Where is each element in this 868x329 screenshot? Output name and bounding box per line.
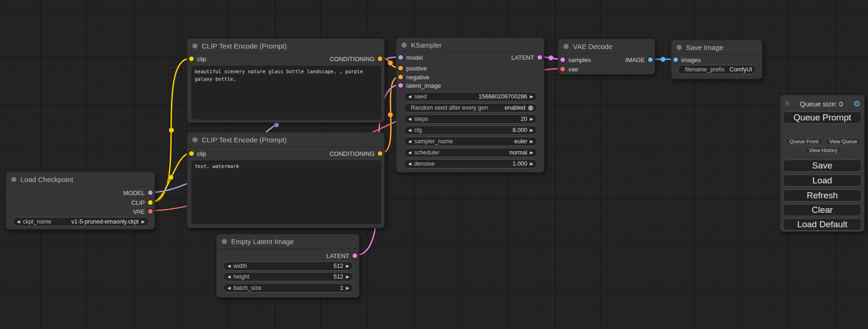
stepper-right-icon[interactable]: ▶ [530, 95, 533, 99]
stepper-right-icon[interactable]: ▶ [346, 275, 349, 279]
settings-gear-icon[interactable]: ⚙ [854, 100, 861, 108]
output-row: VAE [6, 207, 155, 216]
node-title: Save Image [686, 43, 723, 51]
collapse-dot-icon[interactable] [564, 44, 569, 49]
node-title-bar[interactable]: VAE Decode [558, 39, 655, 54]
node-title: VAE Decode [573, 42, 613, 50]
stepper-right-icon[interactable]: ▶ [530, 117, 533, 121]
input-port-negative[interactable] [398, 75, 403, 79]
input-port-positive[interactable] [398, 66, 403, 70]
node-title: Load Checkpoint [21, 175, 73, 183]
stepper-left-icon[interactable]: ◀ [227, 286, 231, 290]
stepper-left-icon[interactable]: ◀ [17, 220, 20, 224]
stepper-right-icon[interactable]: ▶ [346, 286, 349, 290]
stepper-left-icon[interactable]: ◀ [408, 151, 411, 155]
node-clip-text-encode-positive[interactable]: CLIP Text Encode (Prompt) clip CONDITION… [187, 38, 385, 123]
drag-handle-icon[interactable]: ⠿ [785, 100, 790, 107]
width-widget[interactable]: ◀ width 512 ▶ [223, 261, 353, 271]
scheduler-widget[interactable]: ◀ scheduler normal ▶ [404, 148, 537, 157]
input-row: negative [396, 72, 544, 82]
collapse-dot-icon[interactable] [677, 45, 682, 50]
stepper-right-icon[interactable]: ▶ [530, 140, 533, 144]
negative-prompt-textarea[interactable]: text, watermark [191, 161, 381, 224]
collapse-dot-icon[interactable] [192, 137, 198, 142]
input-row: positive [396, 63, 544, 73]
stepper-left-icon[interactable]: ◀ [227, 264, 231, 268]
denoise-widget[interactable]: ◀ denoise 1.000 ▶ [404, 159, 537, 168]
load-default-button[interactable]: Load Default [783, 218, 861, 231]
node-vae-decode[interactable]: VAE Decode samples IMAGE vae [558, 39, 655, 75]
input-port-samples[interactable] [560, 57, 565, 62]
output-port-latent[interactable] [537, 55, 542, 60]
input-port-images[interactable] [673, 57, 678, 62]
node-title-bar[interactable]: Load Checkpoint [6, 172, 155, 187]
stepper-left-icon[interactable]: ◀ [408, 95, 411, 99]
positive-prompt-textarea[interactable]: beautiful scenery nature glass bottle la… [191, 66, 381, 119]
random-seed-toggle-icon[interactable] [528, 105, 533, 111]
ckpt-name-widget[interactable]: ◀ ckpt_name v1-5-pruned-emaonly.ckpt ▶ [13, 217, 149, 226]
stepper-right-icon[interactable]: ▶ [530, 151, 533, 155]
refresh-button[interactable]: Refresh [783, 189, 861, 202]
node-title-bar[interactable]: Empty Latent Image [217, 234, 359, 249]
seed-widget[interactable]: ◀ seed 156680208700286 ▶ [404, 92, 537, 101]
output-port-clip[interactable] [148, 200, 153, 205]
node-clip-text-encode-negative[interactable]: CLIP Text Encode (Prompt) clip CONDITION… [187, 132, 385, 228]
output-port-latent[interactable] [353, 253, 357, 258]
stepper-left-icon[interactable]: ◀ [408, 162, 411, 166]
input-port-clip[interactable] [189, 56, 194, 61]
output-port-conditioning[interactable] [378, 56, 382, 61]
stepper-left-icon[interactable]: ◀ [408, 117, 411, 121]
node-ksampler[interactable]: KSampler model LATENT positive negative … [396, 37, 544, 173]
node-title-bar[interactable]: KSampler [396, 38, 544, 52]
input-port-latent-image[interactable] [398, 83, 403, 88]
random-seed-widget[interactable]: Random seed after every gen enabled [404, 103, 537, 112]
view-queue-button[interactable]: View Queue [825, 138, 861, 145]
collapse-dot-icon[interactable] [222, 239, 227, 244]
stepper-right-icon[interactable]: ▶ [530, 162, 533, 166]
input-row: vae [558, 64, 655, 74]
input-port-vae[interactable] [560, 67, 565, 71]
stepper-right-icon[interactable]: ▶ [141, 220, 145, 224]
output-port-conditioning[interactable] [378, 151, 382, 156]
queue-prompt-button[interactable]: Queue Prompt [783, 112, 861, 124]
node-title-bar[interactable]: CLIP Text Encode (Prompt) [187, 39, 384, 53]
output-row: CLIP [6, 198, 155, 207]
stepper-left-icon[interactable]: ◀ [227, 275, 231, 279]
cfg-widget[interactable]: ◀ cfg 8.000 ▶ [404, 126, 537, 135]
input-port-model[interactable] [398, 55, 403, 60]
steps-widget[interactable]: ◀ steps 20 ▶ [404, 114, 537, 124]
node-title: Empty Latent Image [231, 238, 294, 245]
node-empty-latent-image[interactable]: Empty Latent Image LATENT ◀ width 512 ▶ … [216, 234, 360, 298]
stepper-right-icon[interactable]: ▶ [530, 128, 533, 133]
filename-prefix-widget[interactable]: filename_prefix ComfyUI [678, 65, 756, 74]
clear-button[interactable]: Clear [783, 204, 861, 216]
node-title-bar[interactable]: CLIP Text Encode (Prompt) [187, 133, 384, 147]
height-widget[interactable]: ◀ height 512 ▶ [223, 272, 353, 281]
batch-size-widget[interactable]: ◀ batch_size 1 ▶ [223, 283, 353, 293]
output-port-model[interactable] [148, 190, 153, 195]
input-row: images [671, 55, 762, 64]
output-port-image[interactable] [648, 57, 653, 62]
output-row: MODEL [6, 188, 155, 197]
collapse-dot-icon[interactable] [402, 42, 407, 48]
output-port-vae[interactable] [148, 209, 153, 214]
sampler-name-widget[interactable]: ◀ sampler_name euler ▶ [404, 137, 537, 146]
view-history-button[interactable]: View History [804, 147, 842, 154]
stepper-left-icon[interactable]: ◀ [408, 140, 411, 144]
input-port-clip[interactable] [189, 151, 194, 156]
collapse-dot-icon[interactable] [192, 43, 198, 49]
io-row: clip CONDITIONING [187, 149, 384, 158]
node-graph-canvas[interactable]: Load Checkpoint MODEL CLIP VAE ◀ ckpt_na… [0, 0, 868, 329]
node-title: CLIP Text Encode (Prompt) [202, 136, 287, 144]
node-save-image[interactable]: Save Image images filename_prefix ComfyU… [671, 40, 762, 79]
node-load-checkpoint[interactable]: Load Checkpoint MODEL CLIP VAE ◀ ckpt_na… [6, 172, 155, 230]
save-button[interactable]: Save [783, 160, 861, 172]
stepper-left-icon[interactable]: ◀ [408, 128, 411, 133]
load-button[interactable]: Load [783, 175, 861, 187]
collapse-dot-icon[interactable] [11, 177, 16, 182]
io-row: samples IMAGE [558, 55, 655, 64]
node-title-bar[interactable]: Save Image [671, 40, 762, 55]
queue-front-button[interactable]: Queue Front [785, 138, 823, 145]
stepper-right-icon[interactable]: ▶ [346, 264, 349, 268]
queue-panel: ⠿ Queue size: 0 ⚙ Queue Prompt Extra opt… [780, 95, 865, 232]
